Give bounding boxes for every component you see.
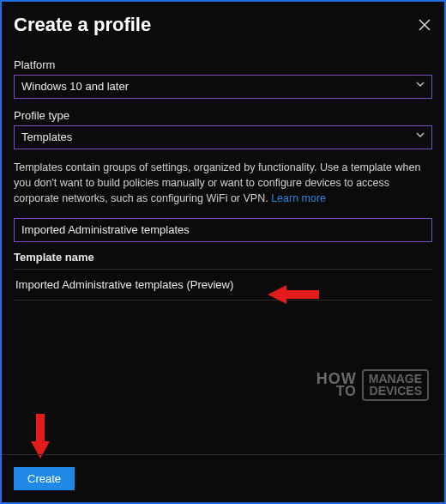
panel-body: Platform Windows 10 and later Profile ty… xyxy=(2,41,444,301)
description-text: Templates contain groups of settings, or… xyxy=(14,161,420,204)
panel-title: Create a profile xyxy=(14,14,151,36)
close-icon[interactable] xyxy=(417,17,432,33)
watermark-b2: DEVICES xyxy=(369,385,422,398)
annotation-arrow-down-icon xyxy=(29,414,51,458)
template-search-input[interactable]: Imported Administrative templates xyxy=(14,218,432,242)
watermark-howto: HOW TO xyxy=(316,372,357,398)
profile-type-select[interactable]: Templates xyxy=(14,125,432,149)
platform-label: Platform xyxy=(14,58,432,71)
chevron-down-icon xyxy=(414,76,426,98)
table-row[interactable]: Imported Administrative templates (Previ… xyxy=(14,270,432,300)
create-button[interactable]: Create xyxy=(14,467,75,490)
templates-description: Templates contain groups of settings, or… xyxy=(14,160,432,206)
panel-header: Create a profile xyxy=(2,2,444,41)
svg-marker-3 xyxy=(31,414,50,458)
template-search-value: Imported Administrative templates xyxy=(21,223,190,236)
platform-select[interactable]: Windows 10 and later xyxy=(14,75,432,99)
template-row-label: Imported Administrative templates (Previ… xyxy=(15,278,233,291)
create-profile-panel: Create a profile Platform Windows 10 and… xyxy=(0,0,446,504)
profile-type-value: Templates xyxy=(21,131,72,143)
watermark-l1: HOW xyxy=(316,370,357,387)
panel-footer: Create xyxy=(2,454,444,502)
watermark: HOW TO MANAGE DEVICES xyxy=(316,369,429,401)
chevron-down-icon xyxy=(414,126,426,149)
watermark-box: MANAGE DEVICES xyxy=(362,369,429,401)
platform-value: Windows 10 and later xyxy=(21,80,129,93)
watermark-b1: MANAGE xyxy=(369,373,422,386)
learn-more-link[interactable]: Learn more xyxy=(271,192,326,204)
watermark-l2: TO xyxy=(316,386,357,398)
profile-type-label: Profile type xyxy=(14,109,432,122)
template-name-column: Template name xyxy=(14,251,432,269)
divider xyxy=(14,300,432,301)
